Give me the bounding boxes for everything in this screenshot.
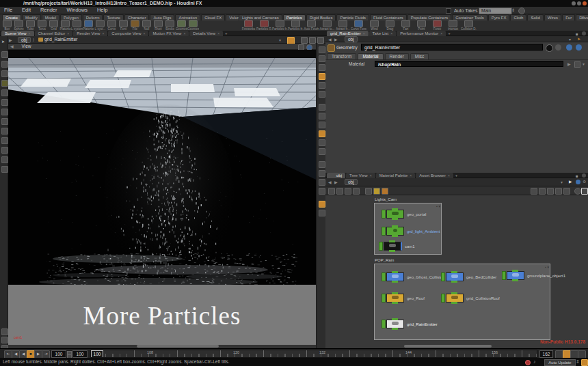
tool-collision-detect[interactable]: Collision D... [461,20,477,31]
close-icon[interactable]: × [363,31,365,36]
close-icon[interactable]: × [29,31,31,36]
shadows-icon[interactable] [319,139,325,146]
range-start-field[interactable]: 100 [72,350,88,358]
end-frame-field[interactable]: 162 [539,350,553,358]
node-grid-rainemitter[interactable]: grid_RainEmitter [382,320,438,328]
tool-attract-from[interactable]: Attract fr... [335,20,351,31]
close-icon[interactable]: × [370,173,372,178]
tab-motion-fx-view[interactable]: Motion FX View× [149,31,189,36]
display-flag[interactable] [382,294,386,302]
tab-tree-view[interactable]: Tree View× [346,173,375,178]
camera-icon[interactable] [319,64,325,71]
tool-force[interactable]: Force [429,20,445,31]
edit-tool-icon[interactable] [1,147,8,154]
close-icon[interactable]: × [217,31,219,36]
view-tool-icon[interactable] [1,99,8,106]
display-flag[interactable] [502,271,506,280]
normals-display-icon[interactable] [319,170,325,177]
update-mode-icon[interactable] [581,359,588,366]
tool-null[interactable]: Null [141,20,152,31]
pane-menu-icon[interactable] [582,31,586,36]
points-display-icon[interactable] [319,161,325,168]
node-cam1[interactable]: cam1 [379,242,415,250]
tool-auto-fetch[interactable]: Auto Fetch [304,20,319,31]
tool-fireworks[interactable]: Fireworks [241,20,256,31]
net-badge-icon-4[interactable] [353,188,360,195]
lock-camera-icon[interactable] [319,73,325,80]
net-badge-icon-5[interactable] [365,188,372,195]
shelf-tab-cloth[interactable]: Cloth [510,14,526,20]
tool-tube[interactable]: Tube [25,20,36,31]
paint-tool-icon[interactable] [1,128,8,135]
geo-node-icon[interactable] [386,294,404,302]
net-dots-icon[interactable] [531,188,537,195]
display-flag[interactable] [441,294,445,302]
close-icon[interactable]: × [144,31,146,36]
tool-box[interactable]: Box [1,20,13,31]
tool-curve[interactable]: Curve [106,20,118,31]
shelf-tab-cloud-fx[interactable]: Cloud FX [201,14,225,20]
material-path-field[interactable]: /shop/Rain [375,61,563,67]
world-icon[interactable] [576,180,580,184]
tab-grid-rainemitter[interactable]: grid_RainEmitter× [327,31,369,36]
close-button[interactable] [583,1,587,5]
tab-material-palette[interactable]: Material Palette× [376,173,416,178]
tool-drag[interactable]: Drag [382,20,398,31]
shelf-tab-pyro-fx[interactable]: Pyro FX [488,14,510,20]
geo-node-icon[interactable] [507,271,524,280]
nav-forward-icon[interactable]: ▶ [9,38,12,42]
net-badge-icon-3[interactable] [345,188,351,195]
net-badge-icon-2[interactable] [336,188,343,195]
light-node-icon[interactable] [386,227,404,236]
tab-scene-view[interactable]: Scene View× [1,31,34,36]
tool-geometry-1[interactable]: Geometr... [176,20,187,31]
geo-node-icon[interactable] [446,272,464,281]
shelf-tab-fur[interactable]: Fur [562,14,575,20]
param-tab-misc[interactable]: Misc [410,53,429,59]
shelf-tab-wires[interactable]: Wires [544,14,561,20]
current-frame-marker[interactable]: 100 [91,350,103,358]
new-tab-icon[interactable]: + [225,31,228,36]
display-flag[interactable] [441,272,445,281]
frame-icon[interactable] [319,91,325,98]
node-name-field[interactable]: grid_RainEmitter [361,44,543,51]
tool-wind[interactable]: Wind [366,20,382,31]
shade-mode-icon[interactable] [309,37,316,44]
shaded-icon[interactable] [319,113,325,119]
network-canvas[interactable]: Lights_Cam ▪ ▾ geo_portal grd_light_Ambi… [325,195,588,348]
camera-node-icon[interactable] [384,242,402,251]
tool-attract-to[interactable]: Attract to... [319,20,335,31]
node-grid-collisionroof[interactable]: grid_CollisionRoof [441,294,500,302]
shelf-options-gear-icon[interactable]: ⚙ [581,15,585,20]
tool-lsyst[interactable]: L-syst... [94,20,106,31]
tool-grid[interactable]: Grid [48,20,59,31]
snap-tool-icon[interactable] [1,109,8,115]
move-tool-icon[interactable] [1,51,8,58]
audio-icon[interactable]: ♪ [533,358,536,366]
close-icon[interactable]: × [440,31,442,36]
nav-forward-icon[interactable]: ▶ [334,180,338,184]
collapse-icon[interactable]: ◀ [10,44,14,48]
node-groundplane-object1[interactable]: groundplane_object1 [502,271,565,279]
path-context[interactable]: obj [345,36,358,42]
desktop-menu-icon[interactable] [518,8,525,14]
menu-windows[interactable]: Windows [63,7,92,14]
timeline-ruler[interactable]: 108 120 132 144 156 100 [90,350,537,358]
box-controls-icon[interactable]: ▪ ▾ [545,265,549,269]
tab-render-view[interactable]: Render View× [73,31,107,36]
close-icon[interactable]: × [390,31,392,36]
snap-icon[interactable] [301,37,308,44]
path-chevron-icon[interactable]: ▾ [569,37,571,42]
tool-platonic-sp[interactable]: Platonic Sp... [83,20,94,31]
rotate-tool-icon[interactable] [1,61,8,68]
take-stepper-icon[interactable]: ⇕ [511,8,515,13]
node-geo-roof[interactable]: geo_Roof [382,294,425,302]
tool-particles-from-2[interactable]: Particles fr... [288,20,304,31]
node-geo-portal[interactable]: geo_portal [382,210,426,218]
tab-performance-monitor[interactable]: Performance Monitor× [397,31,446,36]
tool-geometry-2[interactable]: Geometr... [187,20,199,31]
display-flag[interactable] [379,242,383,251]
net-connect-icon[interactable] [547,188,554,195]
magnifier-icon[interactable] [574,188,581,195]
maximize-button[interactable] [577,1,581,5]
